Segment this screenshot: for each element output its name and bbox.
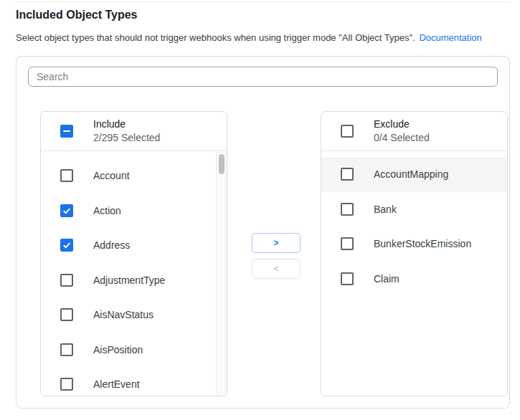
exclude-list-items: AccountMappingBankBunkerStockEmissionCla… xyxy=(321,151,507,296)
included-object-types-section: Included Object Types Select object type… xyxy=(0,0,520,420)
include-selected-count: 2/295 Selected xyxy=(93,131,160,145)
exclude-item-Claim[interactable]: Claim xyxy=(321,262,507,297)
item-label: Action xyxy=(93,205,121,216)
item-label: Bank xyxy=(374,204,397,215)
item-label: AlertEvent xyxy=(93,378,140,390)
include-item-AisPosition[interactable]: AisPosition xyxy=(41,333,227,368)
unchecked-checkbox[interactable] xyxy=(341,272,354,285)
exclude-list-card: Exclude 0/4 Selected AccountMappingBankB… xyxy=(321,111,508,396)
exclude-header-text: Exclude 0/4 Selected xyxy=(374,118,430,145)
checked-checkbox[interactable] xyxy=(60,239,73,252)
check-icon xyxy=(62,206,72,216)
item-label: AdjustmentType xyxy=(93,275,165,286)
unchecked-checkbox[interactable] xyxy=(341,237,354,250)
checked-checkbox[interactable] xyxy=(60,204,73,217)
include-list-title: Include xyxy=(93,118,160,131)
include-item-Action[interactable]: Action xyxy=(41,194,227,229)
exclude-list-title: Exclude xyxy=(374,118,430,131)
include-list-scrollbar[interactable] xyxy=(216,152,227,396)
object-types-picker-panel: Include 2/295 Selected AccountActionAddr… xyxy=(16,56,510,409)
move-to-include-button[interactable]: < xyxy=(252,259,301,279)
page-title: Included Object Types xyxy=(16,9,138,22)
exclude-selected-count: 0/4 Selected xyxy=(374,131,430,145)
include-item-AdjustmentType[interactable]: AdjustmentType xyxy=(41,263,227,298)
item-label: Address xyxy=(93,239,130,251)
unchecked-checkbox[interactable] xyxy=(60,378,73,391)
item-label: Account xyxy=(93,170,130,181)
page-description: Select object types that should not trig… xyxy=(16,32,482,43)
transfer-buttons: > < xyxy=(252,233,301,279)
item-label: BunkerStockEmission xyxy=(374,238,471,249)
item-label: Claim xyxy=(374,273,400,285)
include-list-items: AccountActionAddressAdjustmentTypeAisNav… xyxy=(41,151,227,396)
unchecked-checkbox[interactable] xyxy=(60,274,73,287)
exclude-item-Bank[interactable]: Bank xyxy=(321,192,507,227)
section-top-divider xyxy=(16,1,510,2)
item-label: AccountMapping xyxy=(374,168,448,180)
include-item-Address[interactable]: Address xyxy=(41,228,227,263)
description-text: Select object types that should not trig… xyxy=(16,32,415,43)
scrollbar-thumb[interactable] xyxy=(219,154,224,174)
include-list-header: Include 2/295 Selected xyxy=(41,112,227,151)
indeterminate-minus-icon xyxy=(63,130,70,132)
exclude-select-all-checkbox[interactable] xyxy=(341,125,354,138)
documentation-link[interactable]: Documentation xyxy=(419,32,481,43)
item-label: AisNavStatus xyxy=(93,309,153,320)
include-select-all-checkbox[interactable] xyxy=(60,125,73,138)
unchecked-checkbox[interactable] xyxy=(60,169,73,182)
search-input[interactable] xyxy=(28,67,498,87)
include-list-card: Include 2/295 Selected AccountActionAddr… xyxy=(40,111,227,396)
unchecked-checkbox[interactable] xyxy=(341,203,354,216)
exclude-list-header: Exclude 0/4 Selected xyxy=(321,112,507,151)
include-item-AisNavStatus[interactable]: AisNavStatus xyxy=(41,297,227,333)
unchecked-checkbox[interactable] xyxy=(60,343,73,356)
include-item-Account[interactable]: Account xyxy=(41,158,227,194)
exclude-item-AccountMapping[interactable]: AccountMapping xyxy=(321,157,507,192)
include-item-AlertEvent[interactable]: AlertEvent xyxy=(41,367,227,396)
move-to-exclude-button[interactable]: > xyxy=(252,233,301,253)
unchecked-checkbox[interactable] xyxy=(341,168,354,181)
include-header-text: Include 2/295 Selected xyxy=(93,118,160,145)
exclude-item-BunkerStockEmission[interactable]: BunkerStockEmission xyxy=(321,226,507,262)
unchecked-checkbox[interactable] xyxy=(60,308,73,321)
check-icon xyxy=(62,240,72,250)
item-label: AisPosition xyxy=(93,344,143,355)
